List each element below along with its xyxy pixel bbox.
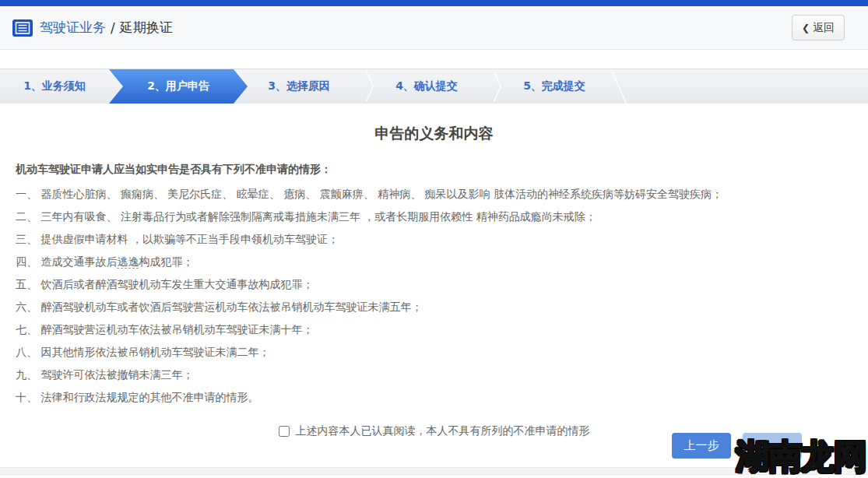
breadcrumb-category: 驾驶证业务 <box>40 19 106 37</box>
watermark-part2: 龙网 <box>801 437 866 476</box>
step-tab-1[interactable]: 1、业务须知 <box>0 69 109 104</box>
step-tab-4[interactable]: 4、确认提交 <box>372 69 481 104</box>
content: 申告的义务和内容 机动车驾驶证申请人应当如实申告是否具有下列不准申请的情形： 一… <box>0 124 868 438</box>
step-separator-icon <box>481 69 500 104</box>
notice-item-5: 五、 饮酒后或者醉酒驾驶机动车发生重大交通事故构成犯罪； <box>16 273 852 296</box>
page-title: 申告的义务和内容 <box>16 124 852 144</box>
watermark: 湖南龙网 <box>736 434 866 478</box>
step-tabs: 1、业务须知2、用户申告3、选择原因4、确认提交5、完成提交 <box>0 69 868 104</box>
notice-item-7: 七、 醉酒驾驶营运机动车依法被吊销机动车驾驶证未满十年； <box>16 318 852 341</box>
confirm-label[interactable]: 上述内容本人已认真阅读，本人不具有所列的不准申请的情形 <box>296 424 590 438</box>
back-button-label: 返回 <box>813 21 835 35</box>
step-tab-5[interactable]: 5、完成提交 <box>500 69 609 104</box>
watermark-part1: 湖南 <box>736 437 801 476</box>
confirm-checkbox[interactable] <box>279 426 290 437</box>
breadcrumb-page: 延期换证 <box>120 19 173 37</box>
notice-list: 一、 器质性心脏病、 癫痫病、 美尼尔氏症、 眩晕症、 癔病、 震颤麻痹、 精神… <box>16 183 852 409</box>
step-tab-2[interactable]: 2、用户申告 <box>109 69 248 104</box>
header: 驾驶证业务 / 延期换证 ❮ 返回 <box>0 6 868 50</box>
notice-item-4: 四、 造成交通事故后逃逸构成犯罪； <box>16 251 852 273</box>
top-accent-bar <box>0 0 868 6</box>
step-separator-icon <box>353 69 372 104</box>
underlined-term: 逃逸 <box>117 255 139 269</box>
step-tab-3[interactable]: 3、选择原因 <box>244 69 353 104</box>
notice-item-8: 八、 因其他情形依法被吊销机动车驾驶证未满二年； <box>16 341 852 364</box>
breadcrumb-separator: / <box>111 20 115 36</box>
notice-item-2: 二、 三年内有吸食、 注射毒品行为或者解除强制隔离戒毒措施未满三年 ，或者长期服… <box>16 206 852 228</box>
notice-item-10: 十、 法律和行政法规规定的其他不准申请的情形。 <box>16 386 852 409</box>
back-button[interactable]: ❮ 返回 <box>792 15 845 40</box>
notice-item-6: 六、 醉酒驾驶机动车或者饮酒后驾驶营运机动车依法被吊销机动车驾驶证未满五年； <box>16 296 852 318</box>
chevron-left-icon: ❮ <box>802 23 810 33</box>
notice-item-3: 三、 提供虚假申请材料 ，以欺骗等不正当手段申领机动车驾驶证； <box>16 228 852 251</box>
notice-item-9: 九、 驾驶许可依法被撤销未满三年； <box>16 364 852 386</box>
prev-step-button[interactable]: 上一步 <box>672 433 731 459</box>
step-end-divider <box>609 69 635 104</box>
page: 驾驶证业务 / 延期换证 ❮ 返回 1、业务须知2、用户申告3、选择原因4、确认… <box>0 0 868 478</box>
notice-intro: 机动车驾驶证申请人应当如实申告是否具有下列不准申请的情形： <box>16 163 852 177</box>
list-icon <box>12 19 33 37</box>
notice-item-1: 一、 器质性心脏病、 癫痫病、 美尼尔氏症、 眩晕症、 癔病、 震颤麻痹、 精神… <box>16 183 852 206</box>
